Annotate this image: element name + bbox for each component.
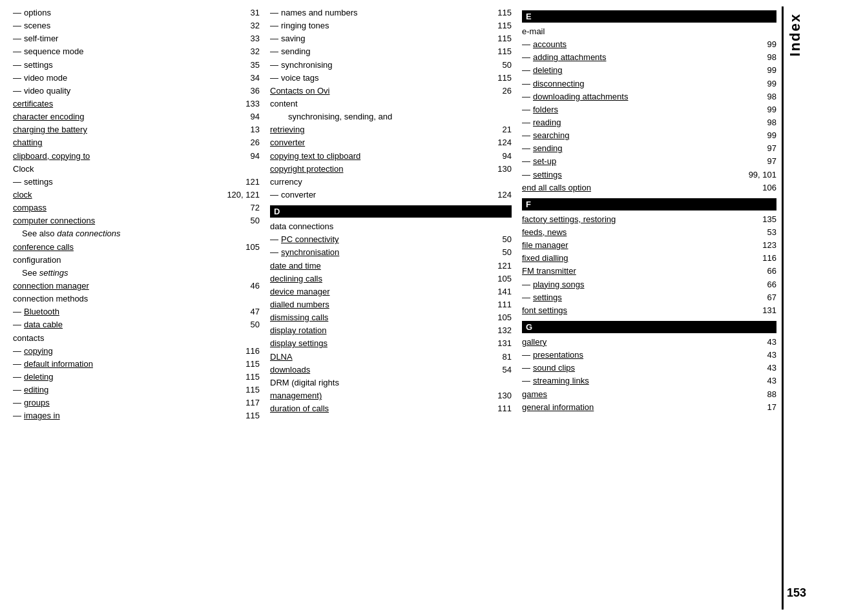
entry-page-number: 115 [240, 409, 260, 422]
sub-entry: — playing songs66 [522, 278, 776, 291]
entry-page-number: 46 [240, 280, 260, 293]
entry-text: folders [533, 103, 558, 116]
entry-page-number: 43 [757, 349, 776, 362]
dash-icon: — [13, 384, 24, 396]
entry-page-number: 115 [492, 72, 512, 85]
main-entry: DLNA81 [270, 351, 512, 364]
page-number: 153 [787, 586, 806, 600]
entry-page-number: 120, 121 [223, 189, 260, 201]
sub-entry: — default information115 [13, 358, 260, 371]
entry-page-number: 33 [240, 32, 260, 45]
entry-page-number: 97 [757, 142, 776, 155]
main-entry: Clock [13, 163, 260, 176]
dash-icon: — [522, 291, 533, 304]
entry-text: settings [24, 59, 53, 72]
dash-icon: — [522, 142, 533, 155]
sub-entry: — copying116 [13, 345, 260, 358]
index-label: Index [787, 13, 804, 56]
main-entry: end all calls option106 [522, 181, 776, 194]
main-entry: Contacts on Ovi26 [270, 85, 512, 98]
entry-text: deleting [533, 64, 563, 77]
sub-entry: — sequence mode32 [13, 45, 260, 58]
see-also-entry: See also data connections [13, 227, 260, 240]
sub-entry: — Bluetooth47 [13, 305, 260, 318]
entry-page-number: 97 [757, 155, 776, 168]
dash-icon: — [270, 32, 281, 45]
dash-icon: — [522, 64, 533, 77]
column-3: Ee-mail— accounts99— adding attachments9… [517, 6, 782, 610]
main-entry: factory settings, restoring135 [522, 213, 776, 226]
entry-page-number: 131 [492, 337, 512, 350]
col1-entries: — options31— scenes32— self-timer33— seq… [13, 6, 260, 423]
entry-text: PC connectivity [281, 233, 339, 246]
entry-page-number: 54 [492, 364, 512, 376]
entry-text: self-timer [24, 32, 58, 45]
dash-icon: — [522, 155, 533, 168]
entry-text: DLNA [270, 351, 293, 364]
entry-text: Clock [13, 163, 34, 176]
main-entry: dialled numbers111 [270, 298, 512, 311]
entry-page-number: 99, 101 [745, 169, 776, 181]
entry-text: chatting [13, 136, 43, 149]
dash-icon: — [13, 19, 24, 32]
dash-icon: — [270, 59, 281, 72]
sub-entry: — self-timer33 [13, 32, 260, 45]
sub-entry: — accounts99 [522, 38, 776, 51]
entry-page-number: 99 [757, 77, 776, 90]
entry-text: clipboard, copying to [13, 150, 90, 163]
entry-text: sending [533, 142, 563, 155]
sub-entry: — options31 [13, 6, 260, 19]
main-entry: copyright protection130 [270, 163, 512, 176]
section-top-entry: e-mail [522, 25, 776, 38]
entry-page-number: 67 [757, 291, 776, 304]
entry-page-number: 81 [492, 351, 512, 364]
entry-text: accounts [533, 38, 567, 51]
col2-entries: — names and numbers115— ringing tones115… [270, 6, 512, 415]
sub-entry: — streaming links43 [522, 375, 776, 387]
entry-text: disconnecting [533, 77, 585, 90]
entry-text: downloading attachments [533, 90, 628, 103]
entry-text: FM transmitter [522, 265, 576, 278]
entry-text: scenes [24, 19, 50, 32]
entry-text: settings [533, 291, 562, 304]
entry-page-number: 105 [240, 241, 260, 254]
entry-text: contacts [13, 332, 44, 345]
main-entry: FM transmitter66 [522, 265, 776, 278]
main-entry: connection methods [13, 293, 260, 305]
entry-text: downloads [270, 364, 310, 376]
sub-entry: — settings35 [13, 59, 260, 72]
entry-page-number: 31 [240, 6, 260, 19]
sub-entry: — names and numbers115 [270, 6, 512, 19]
main-entry: compass72 [13, 201, 260, 214]
main-entry: font settings131 [522, 304, 776, 317]
dash-icon: — [13, 409, 24, 422]
entry-text: searching [533, 129, 569, 142]
entry-text: gallery [522, 336, 547, 349]
dash-icon: — [13, 305, 24, 318]
entry-page-number: 115 [492, 32, 512, 45]
entry-page-number: 115 [240, 384, 260, 396]
main-entry: file manager123 [522, 239, 776, 252]
main-entry: display settings131 [270, 337, 512, 350]
sub-entry: — set-up97 [522, 155, 776, 168]
entry-text: charging the battery [13, 123, 87, 136]
dash-icon: — [13, 345, 24, 358]
entry-page-number: 17 [757, 401, 776, 414]
main-entry: retrieving21 [270, 123, 512, 136]
entry-text: sequence mode [24, 45, 84, 58]
entry-text: set-up [533, 155, 556, 168]
main-entry: clock120, 121 [13, 189, 260, 201]
entry-page-number: 53 [757, 226, 776, 239]
entry-text: conference calls [13, 241, 74, 254]
entry-page-number: 32 [240, 19, 260, 32]
entry-page-number: 50 [492, 59, 512, 72]
section-header-G: G [522, 321, 776, 333]
entry-text: editing [24, 384, 48, 396]
entry-page-number: 26 [240, 136, 260, 149]
entry-text: date and time [270, 260, 321, 272]
entry-page-number: 50 [492, 246, 512, 259]
column-1: — options31— scenes32— self-timer33— seq… [0, 6, 265, 610]
entry-text: copying text to clipboard [270, 150, 360, 163]
entry-page-number: 111 [492, 298, 512, 311]
main-entry: data connections [270, 220, 512, 233]
